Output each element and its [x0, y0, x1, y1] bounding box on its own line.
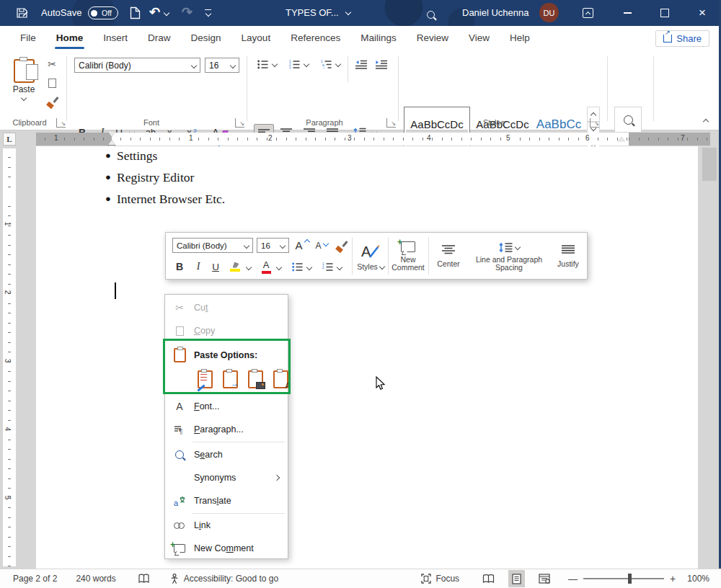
multilevel-dropdown-icon[interactable] [335, 61, 341, 67]
tab-selector[interactable]: L [3, 133, 16, 146]
menu-item-search[interactable]: Search [165, 443, 288, 466]
numbering-dropdown-icon[interactable] [304, 61, 309, 67]
mini-new-comment-button[interactable]: + New Comment [391, 236, 425, 277]
tab-design[interactable]: Design [181, 26, 231, 50]
mini-shrink-font-button[interactable]: A [314, 238, 329, 254]
focus-button[interactable]: Focus [417, 570, 463, 587]
read-mode-icon[interactable] [479, 570, 498, 587]
vertical-scrollbar[interactable] [702, 148, 717, 181]
mini-styles-button[interactable]: A Styles [355, 236, 386, 277]
tab-insert[interactable]: Insert [93, 26, 138, 50]
paste-button[interactable]: Paste [7, 56, 40, 102]
tab-mailings[interactable]: Mailings [350, 26, 407, 50]
mini-highlight-dropdown-icon[interactable] [246, 264, 252, 270]
text-cursor [115, 282, 116, 299]
undo-icon[interactable]: ↶ [149, 4, 160, 20]
clipboard-dialog-launcher[interactable]: ↘ [56, 118, 66, 128]
share-button[interactable]: Share [655, 30, 709, 47]
vertical-ruler[interactable]: 1 2 3 4 5 [3, 148, 16, 566]
mini-line-spacing-button[interactable]: Line and Paragraph Spacing [469, 236, 549, 277]
new-document-icon[interactable] [130, 6, 141, 19]
list-item[interactable]: ●Settings [99, 145, 225, 166]
page-indicator[interactable]: Page 2 of 2 [13, 574, 57, 584]
document-page[interactable] [36, 146, 698, 569]
tab-file[interactable]: File [10, 26, 46, 50]
tab-home[interactable]: Home [46, 26, 94, 50]
search-icon[interactable] [427, 11, 435, 19]
multilevel-list-icon[interactable]: 1ai [319, 58, 333, 71]
ribbon-display-options-icon[interactable] [583, 8, 593, 18]
tab-draw[interactable]: Draw [138, 26, 181, 50]
mini-font-size-combo[interactable]: 16 [257, 238, 289, 253]
mini-grow-font-button[interactable]: A [293, 236, 311, 254]
close-button[interactable]: × [688, 0, 717, 26]
increase-indent-icon[interactable] [373, 58, 389, 71]
cut-icon[interactable]: ✂ [45, 58, 59, 71]
mini-numbering-dropdown-icon[interactable] [337, 264, 342, 270]
numbering-icon[interactable]: 123 [287, 58, 301, 71]
avatar[interactable]: DU [539, 3, 559, 22]
mini-center-button[interactable]: Center [431, 237, 466, 276]
mini-font-color-dropdown-icon[interactable] [276, 264, 282, 270]
zoom-level[interactable]: 100% [687, 574, 709, 584]
zoom-slider[interactable] [583, 578, 664, 579]
proofing-icon[interactable] [135, 570, 153, 587]
autosave-toggle[interactable]: Off [88, 6, 118, 19]
mini-numbering-icon[interactable]: 12 [320, 260, 335, 273]
mini-font-name-combo[interactable]: Calibri (Body) [172, 238, 253, 253]
mini-highlight-button[interactable] [228, 259, 242, 275]
menu-item-cut[interactable]: ✂ Cut [165, 296, 288, 319]
bullets-dropdown-icon[interactable] [272, 61, 278, 67]
maximize-button[interactable] [650, 0, 679, 26]
mini-font-color-button[interactable]: A [260, 259, 273, 275]
title-dropdown-icon[interactable] [345, 9, 351, 15]
tab-review[interactable]: Review [407, 26, 459, 50]
zoom-out-button[interactable]: — [568, 574, 578, 584]
right-indent-marker[interactable] [618, 137, 625, 142]
mini-italic-button[interactable]: I [190, 259, 206, 275]
menu-item-paragraph[interactable]: ¶ Paragraph... [165, 418, 288, 441]
font-name-combo[interactable]: Calibri (Body) [74, 58, 200, 73]
customize-quick-access-icon[interactable] [205, 9, 211, 16]
decrease-indent-icon[interactable] [353, 58, 369, 71]
zoom-slider-thumb[interactable] [628, 574, 632, 584]
redo-icon[interactable]: ↷ [182, 4, 193, 20]
save-icon[interactable] [16, 6, 29, 19]
menu-item-synonyms[interactable]: Synonyms [165, 466, 288, 489]
mini-bullets-dropdown-icon[interactable] [306, 264, 312, 270]
zoom-in-button[interactable]: + [670, 573, 676, 584]
first-line-indent-marker[interactable] [108, 132, 115, 137]
font-size-combo[interactable]: 16 [205, 58, 239, 73]
tab-references[interactable]: References [280, 26, 350, 50]
tab-help[interactable]: Help [500, 26, 540, 50]
paragraph-dialog-launcher[interactable]: ↘ [386, 118, 396, 128]
mini-bullets-icon[interactable] [290, 260, 304, 273]
word-count[interactable]: 240 words [76, 574, 115, 584]
tab-view[interactable]: View [459, 26, 500, 50]
print-layout-icon[interactable] [508, 570, 525, 587]
menu-item-translate[interactable]: a Translate [165, 489, 288, 512]
horizontal-ruler[interactable]: 1 1 2 3 4 5 6 7 [36, 133, 710, 146]
editing-search-icon[interactable] [614, 107, 642, 133]
list-item[interactable]: ●Registry Editor [99, 166, 225, 188]
styles-dialog-launcher[interactable]: ↘ [590, 118, 599, 128]
menu-item-font[interactable]: A Font... [165, 395, 288, 418]
tab-layout[interactable]: Layout [231, 26, 281, 50]
document-title[interactable]: TYPES OF... [286, 7, 339, 18]
minimize-button[interactable] [613, 0, 642, 26]
mini-justify-button[interactable]: Justify [551, 237, 585, 276]
bullets-icon[interactable] [255, 58, 270, 71]
collapse-ribbon-icon[interactable] [703, 119, 709, 125]
mini-format-painter-icon[interactable] [333, 238, 349, 254]
accessibility-status[interactable]: Accessibility: Good to go [166, 570, 282, 587]
mini-underline-button[interactable]: U [208, 259, 224, 275]
menu-item-link[interactable]: Link [165, 514, 288, 537]
web-layout-icon[interactable] [535, 570, 554, 587]
copy-icon[interactable] [45, 76, 59, 89]
format-painter-icon[interactable] [45, 95, 59, 108]
list-item[interactable]: ●Internet Browser Etc. [99, 188, 225, 210]
mini-bold-button[interactable]: B [172, 259, 187, 275]
font-dialog-launcher[interactable]: ↘ [235, 118, 244, 128]
menu-item-new-comment[interactable]: + New Comment [165, 537, 288, 560]
undo-dropdown-icon[interactable] [164, 10, 169, 16]
